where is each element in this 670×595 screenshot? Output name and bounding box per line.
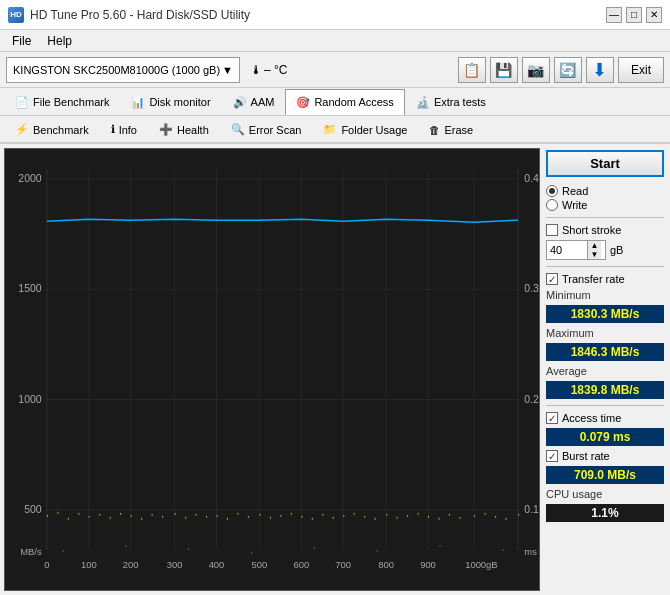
toolbar-btn-2[interactable]: 💾 (490, 57, 518, 83)
tab-file-benchmark[interactable]: 📄 File Benchmark (4, 89, 120, 115)
svg-text:0.40: 0.40 (524, 173, 539, 184)
menu-help[interactable]: Help (39, 32, 80, 50)
random-access-icon: 🎯 (296, 96, 310, 109)
svg-rect-61 (407, 515, 408, 517)
write-radio-button[interactable] (546, 199, 558, 211)
health-icon: ➕ (159, 123, 173, 136)
read-radio[interactable]: Read (546, 185, 664, 197)
tab-erase[interactable]: 🗑 Erase (418, 116, 484, 142)
tab-aam[interactable]: 🔊 AAM (222, 89, 286, 115)
svg-rect-31 (89, 516, 90, 518)
exit-button[interactable]: Exit (618, 57, 664, 83)
svg-text:1500: 1500 (18, 284, 42, 295)
dropdown-arrow-icon: ▼ (222, 64, 233, 76)
short-stroke-label: Short stroke (562, 224, 621, 236)
toolbar-btn-1[interactable]: 📋 (458, 57, 486, 83)
window-controls: — □ ✕ (606, 7, 662, 23)
minimize-button[interactable]: — (606, 7, 622, 23)
bottom-tab-bar: ⚡ Benchmark ℹ Info ➕ Health 🔍 Error Scan… (0, 116, 670, 144)
svg-rect-75 (251, 552, 252, 554)
access-time-checkbox-item[interactable]: ✓ Access time (546, 412, 664, 424)
svg-rect-64 (438, 518, 439, 520)
burst-rate-checkbox-item[interactable]: ✓ Burst rate (546, 450, 664, 462)
svg-rect-32 (99, 514, 100, 516)
toolbar-btn-4[interactable]: 🔄 (554, 57, 582, 83)
svg-text:600: 600 (293, 560, 309, 570)
spinbox-input[interactable]: 40 (547, 243, 587, 257)
spinbox-down-arrow[interactable]: ▼ (587, 250, 601, 259)
maximum-value: 1846.3 MB/s (546, 343, 664, 361)
svg-text:1000gB: 1000gB (465, 560, 497, 570)
disk-monitor-icon: 📊 (131, 96, 145, 109)
svg-rect-35 (131, 515, 132, 517)
svg-rect-33 (110, 517, 111, 519)
svg-rect-43 (217, 515, 218, 517)
access-time-label: Access time (562, 412, 621, 424)
tab-extra-tests[interactable]: 🔬 Extra tests (405, 89, 497, 115)
folder-usage-icon: 📁 (323, 123, 337, 136)
svg-text:MB/s: MB/s (20, 547, 42, 557)
tab-error-scan[interactable]: 🔍 Error Scan (220, 116, 313, 142)
svg-rect-51 (301, 516, 302, 518)
toolbar-btn-3[interactable]: 📷 (522, 57, 550, 83)
burst-rate-checkbox[interactable]: ✓ (546, 450, 558, 462)
svg-rect-63 (428, 516, 429, 518)
start-button[interactable]: Start (546, 150, 664, 177)
svg-rect-39 (175, 513, 176, 515)
svg-text:700: 700 (335, 560, 351, 570)
tab-info[interactable]: ℹ Info (100, 116, 148, 142)
average-value: 1839.8 MB/s (546, 381, 664, 399)
transfer-rate-checkbox-item[interactable]: ✓ Transfer rate (546, 273, 664, 285)
svg-rect-34 (120, 513, 121, 515)
svg-text:0.20: 0.20 (524, 394, 539, 405)
svg-rect-45 (237, 513, 238, 515)
minimum-label: Minimum (546, 289, 664, 301)
svg-rect-48 (270, 517, 271, 519)
maximize-button[interactable]: □ (626, 7, 642, 23)
read-radio-button[interactable] (546, 185, 558, 197)
svg-rect-56 (354, 513, 355, 515)
burst-rate-value: 709.0 MB/s (546, 466, 664, 484)
svg-rect-0 (5, 149, 539, 590)
svg-text:300: 300 (167, 560, 183, 570)
tab-random-access[interactable]: 🎯 Random Access (285, 89, 404, 115)
stroke-spinbox[interactable]: 40 ▲ ▼ (546, 240, 606, 260)
toolbar-btn-5[interactable]: ⬇ (586, 57, 614, 83)
tab-benchmark[interactable]: ⚡ Benchmark (4, 116, 100, 142)
svg-rect-77 (377, 550, 378, 552)
svg-rect-58 (375, 518, 376, 520)
short-stroke-checkbox[interactable] (546, 224, 558, 236)
temperature-display: 🌡 – °C (244, 61, 293, 79)
access-time-checkbox[interactable]: ✓ (546, 412, 558, 424)
svg-rect-57 (364, 516, 365, 518)
svg-text:1000: 1000 (18, 394, 42, 405)
svg-rect-72 (63, 550, 64, 552)
short-stroke-checkbox-item[interactable]: Short stroke (546, 224, 664, 236)
tab-health[interactable]: ➕ Health (148, 116, 220, 142)
device-selector[interactable]: KINGSTON SKC2500M81000G (1000 gB) ▼ (6, 57, 240, 83)
svg-rect-66 (459, 517, 460, 519)
thermometer-icon: 🌡 (250, 63, 262, 77)
close-button[interactable]: ✕ (646, 7, 662, 23)
title-bar: HD HD Tune Pro 5.60 - Hard Disk/SSD Util… (0, 0, 670, 30)
svg-rect-55 (343, 515, 344, 517)
info-icon: ℹ (111, 123, 115, 136)
tab-disk-monitor[interactable]: 📊 Disk monitor (120, 89, 221, 115)
spinbox-arrows: ▲ ▼ (587, 241, 601, 259)
write-radio[interactable]: Write (546, 199, 664, 211)
svg-rect-38 (162, 516, 163, 518)
svg-rect-79 (502, 549, 503, 551)
extra-tests-icon: 🔬 (416, 96, 430, 109)
tab-folder-usage[interactable]: 📁 Folder Usage (312, 116, 418, 142)
svg-rect-50 (291, 513, 292, 515)
minimum-value: 1830.3 MB/s (546, 305, 664, 323)
menu-file[interactable]: File (4, 32, 39, 50)
spinbox-up-arrow[interactable]: ▲ (587, 241, 601, 250)
maximum-label: Maximum (546, 327, 664, 339)
transfer-rate-checkbox[interactable]: ✓ (546, 273, 558, 285)
device-name: KINGSTON SKC2500M81000G (1000 gB) (13, 64, 220, 76)
error-scan-icon: 🔍 (231, 123, 245, 136)
svg-rect-62 (418, 513, 419, 515)
chart-area: 2000 1500 1000 500 MB/s 0.40 0.30 0.20 0… (4, 148, 540, 591)
svg-rect-69 (495, 516, 496, 518)
